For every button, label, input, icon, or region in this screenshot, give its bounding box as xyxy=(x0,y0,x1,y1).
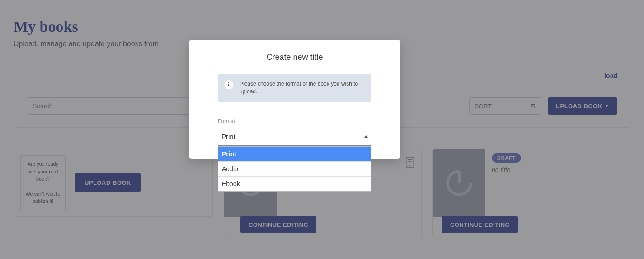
format-label: Format xyxy=(218,118,371,125)
info-text: Please choose the format of the book you… xyxy=(240,80,365,96)
format-option-audio[interactable]: Audio xyxy=(218,162,371,177)
format-select-display[interactable]: Print xyxy=(218,128,371,146)
format-option-print[interactable]: Print xyxy=(218,147,371,162)
format-dropdown: Print Audio Ebook xyxy=(218,146,371,192)
modal-title: Create new title xyxy=(204,53,385,62)
create-title-modal: Create new title i Please choose the for… xyxy=(189,40,400,159)
caret-up-icon xyxy=(364,135,368,138)
info-banner: i Please choose the format of the book y… xyxy=(218,74,371,102)
format-selected-value: Print xyxy=(221,133,235,140)
format-option-ebook[interactable]: Ebook xyxy=(218,177,371,191)
format-select[interactable]: Print Print Audio Ebook xyxy=(218,128,371,146)
info-icon: i xyxy=(224,80,233,89)
